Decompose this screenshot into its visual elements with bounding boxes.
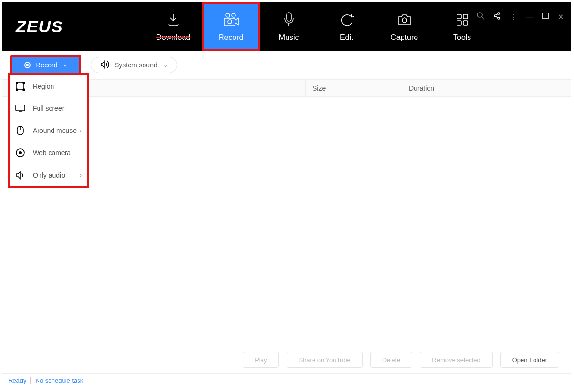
svg-point-3: [228, 20, 232, 24]
apps-grid-icon: [454, 11, 471, 28]
menu-item-full-screen[interactable]: Full screen: [10, 97, 87, 119]
share-youtube-button[interactable]: Share on YouTube: [287, 352, 362, 368]
svg-point-1: [232, 13, 235, 17]
refresh-icon: [338, 11, 355, 28]
menu-item-label: Only audio: [33, 171, 65, 179]
svg-point-24: [19, 151, 22, 154]
chevron-down-icon: ⌄: [163, 62, 168, 68]
svg-point-10: [477, 13, 482, 17]
share-icon[interactable]: [493, 12, 501, 22]
chevron-right-icon: ›: [80, 172, 82, 179]
svg-rect-9: [463, 21, 468, 25]
menu-item-label: Around mouse: [33, 127, 77, 134]
footer-buttons: Play Share on YouTube Delete Remove sele…: [2, 346, 571, 373]
tab-edit[interactable]: Edit: [318, 2, 376, 51]
minimize-button[interactable]: —: [526, 13, 534, 21]
status-schedule[interactable]: No schedule task: [36, 377, 84, 384]
speaker-icon: [100, 60, 109, 70]
menu-item-label: Region: [33, 82, 54, 90]
camera-icon: [222, 11, 240, 28]
menu-item-only-audio[interactable]: Only audio ›: [10, 164, 87, 186]
menu-icon[interactable]: ⋮: [509, 13, 517, 22]
webcam-icon: [15, 148, 25, 157]
play-button[interactable]: Play: [243, 352, 279, 368]
chevron-down-icon: ⌄: [63, 62, 67, 68]
svg-point-11: [498, 13, 500, 14]
column-spacer: [498, 80, 571, 96]
menu-item-label: Full screen: [33, 105, 65, 112]
menu-item-web-camera[interactable]: Web camera: [10, 142, 87, 164]
close-button[interactable]: ✕: [558, 13, 564, 22]
search-icon[interactable]: [477, 12, 484, 22]
window-controls: ⋮ — ✕: [477, 12, 564, 22]
record-button-label: Record: [36, 61, 57, 69]
sound-source-select[interactable]: System sound ⌄: [91, 57, 177, 73]
svg-point-17: [16, 82, 18, 84]
maximize-button[interactable]: [542, 13, 549, 21]
mouse-icon: [15, 126, 25, 135]
svg-rect-4: [287, 13, 291, 21]
svg-rect-14: [543, 13, 548, 19]
column-duration[interactable]: Duration: [402, 80, 498, 96]
titlebar: ZEUS Download Record Music: [2, 2, 571, 51]
open-folder-button[interactable]: Open Folder: [500, 352, 559, 368]
column-size[interactable]: Size: [306, 80, 402, 96]
svg-point-13: [498, 17, 500, 19]
region-icon: [15, 81, 25, 91]
svg-point-5: [402, 18, 407, 23]
app-window: ZEUS Download Record Music: [2, 2, 571, 388]
sound-source-label: System sound: [115, 61, 157, 69]
tab-record[interactable]: Record: [202, 2, 260, 51]
menu-item-region[interactable]: Region: [10, 75, 87, 97]
tab-music[interactable]: Music: [260, 2, 318, 51]
svg-rect-8: [457, 21, 461, 25]
tab-tools[interactable]: Tools: [433, 2, 491, 51]
svg-rect-6: [457, 14, 461, 19]
svg-point-12: [494, 15, 496, 17]
main-tabs: Download Record Music Edit: [144, 2, 491, 51]
status-ready: Ready: [8, 377, 31, 384]
delete-button[interactable]: Delete: [370, 352, 413, 368]
photo-camera-icon: [396, 11, 413, 28]
svg-point-19: [16, 89, 18, 91]
svg-point-0: [226, 13, 230, 17]
tab-capture[interactable]: Capture: [376, 2, 433, 51]
monitor-icon: [15, 104, 25, 113]
svg-rect-21: [16, 105, 25, 111]
status-bar: Ready No schedule task: [2, 373, 571, 388]
menu-item-label: Web camera: [33, 149, 71, 157]
remove-selected-button[interactable]: Remove selected: [420, 352, 492, 368]
record-button[interactable]: Record ⌄: [10, 55, 81, 75]
svg-rect-16: [17, 83, 24, 90]
download-icon: [165, 11, 182, 28]
record-dot-icon: [24, 62, 31, 68]
app-logo: ZEUS: [2, 2, 77, 51]
svg-rect-7: [463, 14, 468, 19]
chevron-right-icon: ›: [80, 127, 82, 134]
svg-point-18: [23, 82, 25, 84]
speaker-icon: [15, 170, 25, 180]
tab-download[interactable]: Download: [144, 2, 202, 51]
microphone-icon: [280, 11, 298, 28]
record-mode-dropdown: Region Full screen Around mouse › Web ca…: [8, 73, 89, 188]
menu-item-around-mouse[interactable]: Around mouse ›: [10, 119, 87, 142]
svg-point-20: [23, 89, 25, 91]
